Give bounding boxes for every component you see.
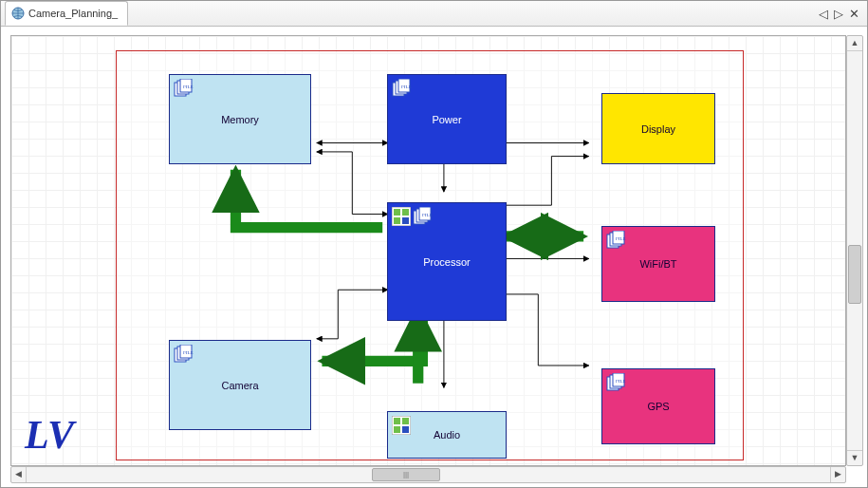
next-button[interactable]: ▷: [834, 7, 843, 21]
svg-rect-35: [402, 418, 409, 424]
svg-text:FILE: FILE: [616, 236, 626, 241]
svg-rect-19: [394, 217, 400, 224]
file-icon: FILE: [174, 79, 194, 100]
block-memory[interactable]: FILEMemory: [169, 74, 311, 164]
svg-rect-18: [402, 209, 409, 216]
watermark: LV: [25, 412, 74, 458]
diagram-canvas[interactable]: FILEMemory FILEPower Display FILEProcess…: [10, 35, 846, 466]
block-label: Power: [432, 114, 461, 125]
svg-rect-17: [394, 209, 400, 216]
file-icon: FILE: [174, 345, 194, 366]
block-gps[interactable]: FILEGPS: [601, 368, 715, 444]
svg-text:FILE: FILE: [422, 213, 433, 217]
svg-rect-20: [402, 217, 409, 224]
title-controls: ◁ ▷ ✕: [819, 7, 867, 21]
svg-text:FILE: FILE: [616, 379, 626, 384]
tab-title: Camera_Planning_: [28, 8, 118, 19]
scroll-left-icon[interactable]: ◀: [11, 467, 27, 482]
svg-text:FILE: FILE: [401, 84, 412, 89]
svg-text:FILE: FILE: [183, 84, 194, 89]
file-icon: FILE: [606, 231, 627, 252]
svg-rect-36: [394, 426, 400, 433]
block-label: WiFi/BT: [639, 258, 676, 270]
svg-text:FILE: FILE: [183, 350, 194, 355]
hscroll-thumb[interactable]: |||: [372, 468, 440, 481]
document-tab[interactable]: Camera_Planning_: [5, 1, 128, 26]
file-icon: FILE: [606, 373, 627, 394]
block-label: Display: [641, 123, 675, 135]
file-icon: FILE: [392, 79, 413, 100]
block-audio[interactable]: Audio: [387, 411, 507, 459]
vscroll-thumb[interactable]: [848, 245, 861, 304]
block-power[interactable]: FILEPower: [387, 74, 507, 164]
file-icon: FILE: [413, 207, 434, 228]
block-processor[interactable]: FILEProcessor: [387, 202, 507, 321]
block-label: Processor: [423, 256, 471, 268]
prev-button[interactable]: ◁: [819, 7, 828, 21]
component-icon: [392, 416, 411, 437]
vertical-scrollbar[interactable]: ▲ ▼: [846, 35, 863, 466]
close-button[interactable]: ✕: [849, 7, 859, 21]
component-icon: [392, 207, 411, 228]
svg-rect-37: [402, 426, 409, 433]
client-area: FILEMemory FILEPower Display FILEProcess…: [1, 26, 867, 487]
block-label: GPS: [647, 401, 669, 412]
block-label: Audio: [434, 429, 460, 441]
block-display[interactable]: Display: [601, 93, 715, 164]
horizontal-scrollbar[interactable]: ◀ ||| ▶: [10, 466, 846, 483]
block-label: Memory: [221, 114, 259, 125]
titlebar: Camera_Planning_ ◁ ▷ ✕: [1, 1, 867, 27]
scroll-down-icon[interactable]: ▼: [847, 450, 862, 465]
scroll-right-icon[interactable]: ▶: [830, 467, 845, 482]
svg-rect-34: [394, 418, 400, 424]
block-label: Camera: [221, 380, 258, 391]
scroll-up-icon[interactable]: ▲: [847, 36, 862, 51]
app-window: Camera_Planning_ ◁ ▷ ✕: [0, 0, 868, 488]
block-camera[interactable]: FILECamera: [169, 340, 311, 430]
globe-icon: [11, 7, 25, 20]
block-wifi[interactable]: FILEWiFi/BT: [601, 226, 715, 302]
